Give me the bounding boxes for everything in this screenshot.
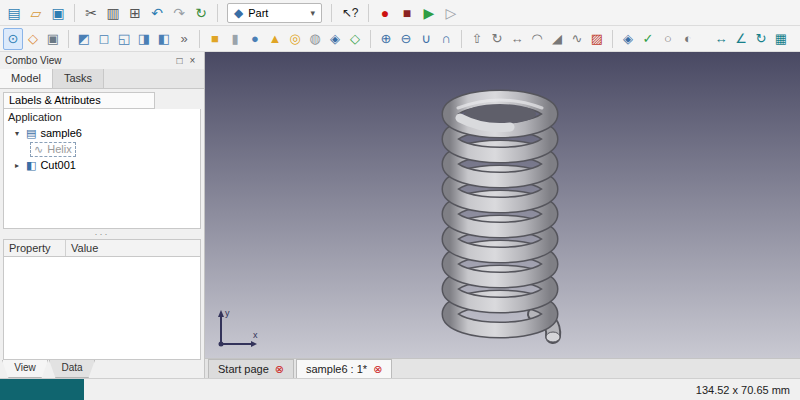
part-sweep-icon[interactable]: ∿	[567, 28, 587, 50]
cut-icon[interactable]: ✂	[80, 2, 102, 24]
tab-start-page[interactable]: Start page ⊗	[208, 359, 294, 378]
view-rear-icon[interactable]: ◧	[154, 28, 174, 50]
model-tree[interactable]: Application ▾ ▤ sample6 ∿ Helix ▸ ◧ Cut0…	[3, 109, 201, 229]
draw-style-icon[interactable]: ▣	[43, 28, 63, 50]
whats-this-icon[interactable]: ↖?	[337, 6, 363, 20]
combo-view-panel: Combo View □ × ModelTasks Labels & Attri…	[0, 52, 205, 378]
value-column-header[interactable]: Value	[66, 240, 103, 256]
part-tube-icon[interactable]: ◍	[305, 28, 325, 50]
toolbar-standard: ▤▱▣ ✂▥⊞↶↷↻ ◆ Part ▾ ↖? ●■▶▷	[0, 0, 800, 26]
file-toolbar-group: ▤▱▣	[3, 2, 69, 24]
part-sphere-icon[interactable]: ●	[245, 28, 265, 50]
chevron-down-icon: ▾	[310, 8, 315, 18]
toolbar-separator	[461, 30, 462, 48]
part-offset-icon[interactable]: ○	[658, 28, 678, 50]
refresh-icon[interactable]: ↻	[190, 2, 212, 24]
tab-view[interactable]: View	[2, 360, 48, 378]
toolbar-separator	[370, 30, 371, 48]
save-icon[interactable]: ▣	[47, 2, 69, 24]
undo-icon[interactable]: ↶	[146, 2, 168, 24]
close-icon[interactable]: ⊗	[373, 363, 382, 376]
macro-execute-icon[interactable]: ▶	[418, 2, 440, 24]
spring-model[interactable]	[205, 52, 799, 358]
part-shapebuilder-icon[interactable]: ◇	[345, 28, 365, 50]
redo-icon[interactable]: ↷	[168, 2, 190, 24]
toolbar-separator	[368, 4, 369, 22]
property-column-header[interactable]: Property	[4, 240, 66, 256]
expander-icon[interactable]: ▸	[12, 161, 22, 170]
cut-feature-icon: ◧	[26, 159, 36, 172]
part-torus-icon[interactable]: ◎	[285, 28, 305, 50]
part-compound-icon[interactable]: ◈	[618, 28, 638, 50]
part-cylinder-icon[interactable]: ▮	[225, 28, 245, 50]
measure-toggle-icon[interactable]: ▦	[771, 28, 791, 50]
part-mirror-icon[interactable]: ↔	[507, 28, 527, 50]
workbench-selector[interactable]: ◆ Part ▾	[227, 3, 322, 23]
measure-angular-icon[interactable]: ∠	[731, 28, 751, 50]
combo-view-header: Combo View □ ×	[0, 52, 204, 69]
part-revolve-icon[interactable]: ↻	[487, 28, 507, 50]
view-axonometric-icon[interactable]: ◇	[23, 28, 43, 50]
document-tab-bar: Start page ⊗ sample6 : 1* ⊗	[205, 358, 800, 378]
navigation-toolbar-group: ⊙◇▣	[3, 28, 63, 50]
document-icon: ▤	[26, 127, 36, 140]
macro-record-icon[interactable]: ●	[374, 2, 396, 24]
tab-sample6-document[interactable]: sample6 : 1* ⊗	[296, 359, 392, 378]
open-document-icon[interactable]: ▱	[25, 2, 47, 24]
document-area: x y Start page ⊗ sample6 : 1* ⊗	[205, 52, 800, 378]
view-front-icon[interactable]: ◻	[94, 28, 114, 50]
part-primitives-icon[interactable]: ◈	[325, 28, 345, 50]
part-cone-icon[interactable]: ▲	[265, 28, 285, 50]
macro-toolbar-group: ●■▶▷	[374, 2, 462, 24]
close-panel-icon[interactable]: ×	[186, 55, 199, 66]
new-document-icon[interactable]: ▤	[3, 2, 25, 24]
close-icon[interactable]: ⊗	[275, 363, 284, 376]
view-top-icon[interactable]: ◱	[114, 28, 134, 50]
status-accent-block	[0, 379, 84, 400]
toolbar-separator	[612, 30, 613, 48]
freecad-window: ▤▱▣ ✂▥⊞↶↷↻ ◆ Part ▾ ↖? ●■▶▷ ⊙◇▣ ◩◻◱◨◧» ■…	[0, 0, 800, 400]
part-extrude-icon[interactable]: ⇧	[467, 28, 487, 50]
measure-linear-icon[interactable]: ↔	[711, 28, 731, 50]
3d-viewport[interactable]: x y	[205, 52, 800, 358]
tab-model[interactable]: Model	[0, 69, 53, 88]
combo-view-title: Combo View	[5, 55, 62, 66]
view-isometric-icon[interactable]: ◩	[74, 28, 94, 50]
macro-stop-icon[interactable]: ■	[396, 2, 418, 24]
combo-view-tabs: ModelTasks	[0, 69, 204, 89]
measure-refresh-icon[interactable]: ↻	[751, 28, 771, 50]
tab-data[interactable]: Data	[49, 360, 95, 378]
tree-item-sample6[interactable]: ▾ ▤ sample6	[4, 125, 200, 141]
part-union-icon[interactable]: ∪	[416, 28, 436, 50]
part-thickness-icon[interactable]: ◐	[678, 28, 698, 50]
tree-item-cut001[interactable]: ▸ ◧ Cut001	[4, 157, 200, 173]
fit-all-icon[interactable]: ⊙	[3, 28, 23, 50]
toolbar-separator	[199, 30, 200, 48]
hidden-item-selection: ∿ Helix	[30, 142, 76, 157]
part-cut-icon[interactable]: ⊖	[396, 28, 416, 50]
part-box-icon[interactable]: ■	[205, 28, 225, 50]
tree-item-helix[interactable]: ∿ Helix	[4, 141, 200, 157]
status-bar: 134.52 x 70.65 mm	[0, 378, 800, 400]
property-table-header: Property Value	[3, 239, 201, 257]
part-common-icon[interactable]: ∩	[436, 28, 456, 50]
toolbar-overflow-icon[interactable]: »	[174, 28, 194, 50]
part-fillet-icon[interactable]: ◠	[527, 28, 547, 50]
view-right-icon[interactable]: ◨	[134, 28, 154, 50]
property-table-body[interactable]	[3, 257, 201, 360]
paste-icon[interactable]: ⊞	[124, 2, 146, 24]
part-chamfer-icon[interactable]: ◢	[547, 28, 567, 50]
panel-splitter[interactable]: ···	[0, 229, 204, 239]
spring-coils	[450, 98, 550, 330]
tab-tasks[interactable]: Tasks	[53, 69, 104, 88]
tree-root-application[interactable]: Application	[4, 110, 200, 125]
expander-icon[interactable]: ▾	[12, 129, 22, 138]
compound-toolbar-group: ◈✓○◐	[618, 28, 698, 50]
workbench-selector-value: Part	[248, 7, 268, 19]
copy-icon[interactable]: ▥	[102, 2, 124, 24]
macro-debug-icon[interactable]: ▷	[440, 2, 462, 24]
check-geometry-icon[interactable]: ✓	[638, 28, 658, 50]
part-section-icon[interactable]: ▨	[587, 28, 607, 50]
part-boolean-icon[interactable]: ⊕	[376, 28, 396, 50]
float-panel-icon[interactable]: □	[173, 55, 186, 66]
